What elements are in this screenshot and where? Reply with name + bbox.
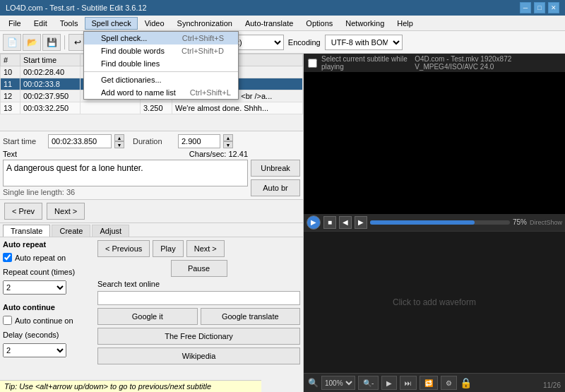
next-btn[interactable]: Next > — [47, 203, 85, 220]
google-it-btn[interactable]: Google it — [97, 308, 198, 325]
prev-frame-btn[interactable]: ◀ — [339, 216, 352, 229]
start-time-up[interactable]: ▲ — [114, 134, 124, 141]
duration-input[interactable] — [178, 134, 220, 148]
loop-btn[interactable]: 🔁 — [420, 376, 438, 390]
menu-networking[interactable]: Networking — [340, 18, 390, 29]
text-box-header: Text Chars/sec: 12.41 — [3, 150, 248, 158]
right-panel: Select current subtitle while playing O4… — [304, 54, 565, 392]
start-time-down[interactable]: ▼ — [114, 141, 124, 148]
subtitle-textarea[interactable]: A dangerous quest for a lone hunter. — [3, 160, 248, 186]
edit-area: Start time ▲ ▼ Duration ▲ ▼ Text Chars/s — [0, 131, 303, 200]
row-start: 00:02:37.950 — [20, 90, 81, 102]
row-end — [81, 102, 141, 114]
google-translate-btn[interactable]: Google translate — [201, 308, 301, 325]
single-line-length: Single line length: 36 — [3, 188, 248, 196]
pause-btn[interactable]: Pause — [171, 260, 227, 277]
repeat-count-select[interactable]: 2 3 4 — [3, 280, 66, 295]
find-double-words-item[interactable]: Find double words Ctrl+Shift+D — [84, 44, 238, 57]
auto-continue-section: Auto continue — [3, 303, 95, 311]
search-label: Search text online — [97, 280, 300, 288]
row-start: 00:03:32.250 — [20, 102, 81, 114]
next-translate-btn[interactable]: Next > — [186, 240, 225, 257]
row-num: 10 — [1, 66, 20, 78]
save-btn[interactable]: 💾 — [42, 34, 61, 51]
tab-create[interactable]: Create — [52, 225, 90, 237]
app-title: LO4D.com - Test.srt - Subtitle Edit 3.6.… — [6, 4, 147, 12]
video-progress[interactable] — [370, 220, 510, 225]
tab-translate[interactable]: Translate — [3, 225, 50, 237]
video-controls: ▶ ■ ◀ ▶ 75% DirectShow — [304, 214, 565, 231]
menu-sync[interactable]: Synchronization — [172, 18, 238, 29]
zoom-icon: 🔍 — [308, 378, 319, 388]
free-dict-btn[interactable]: The Free Dictionary — [97, 328, 300, 345]
add-word-shortcut: Ctrl+Shift+L — [190, 88, 231, 97]
video-time: 75% — [513, 218, 527, 226]
auto-br-btn[interactable]: Auto br — [251, 179, 300, 196]
find-double-lines-label: Find double lines — [101, 59, 160, 68]
tab-adjust[interactable]: Adjust — [92, 225, 129, 237]
repeat-count-label: Repeat count (times) — [3, 268, 95, 276]
delay-select[interactable]: 2 3 5 — [3, 343, 66, 357]
start-time-input[interactable] — [48, 134, 112, 148]
menu-bar: File Edit Tools Spell check Video Synchr… — [0, 16, 565, 31]
play-btn[interactable]: Play — [153, 240, 183, 257]
translate-controls: < Previous Play Next > Pause Search text… — [97, 240, 300, 389]
spell-check-item[interactable]: Spell check... Ctrl+Shift+S — [84, 32, 238, 44]
table-row[interactable]: 13 00:03:32.250 3.250 We're almost done.… — [1, 102, 303, 114]
play-video-btn[interactable]: ▶ — [307, 215, 321, 230]
stop-btn[interactable]: ■ — [323, 216, 336, 229]
zoom-out-btn[interactable]: 🔍- — [358, 376, 379, 390]
row-start: 00:02:28.40 — [20, 66, 81, 78]
row-num: 13 — [1, 102, 20, 114]
start-time-label: Start time — [3, 137, 45, 145]
row-dur: 3.250 — [141, 102, 172, 114]
settings-wc-btn[interactable]: ⚙ — [441, 376, 457, 390]
open-btn[interactable]: 📂 — [23, 34, 41, 51]
auto-continue-on-check[interactable] — [3, 316, 12, 325]
duration-down[interactable]: ▼ — [223, 141, 233, 148]
search-online-input[interactable] — [97, 291, 300, 305]
chars-sec: Chars/sec: 12.41 — [189, 150, 248, 158]
maximize-btn[interactable]: □ — [534, 2, 545, 13]
waveform-area[interactable]: Click to add waveform — [304, 231, 565, 374]
find-double-words-label: Find double words — [101, 47, 165, 55]
menu-separator — [84, 71, 238, 72]
auto-repeat-on-label: Auto repeat on — [15, 254, 66, 262]
menu-help[interactable]: Help — [391, 18, 419, 29]
unbreak-btn[interactable]: Unbreak — [251, 160, 300, 177]
wikipedia-btn[interactable]: Wikipedia — [97, 348, 300, 364]
prev-btn[interactable]: < Prev — [4, 203, 42, 220]
menu-tools[interactable]: Tools — [54, 18, 84, 29]
video-label: DirectShow — [530, 219, 562, 226]
subtitle-select-check[interactable] — [308, 59, 317, 68]
zoom-select[interactable]: 100% 150% 200% — [321, 376, 355, 390]
play-wc-btn[interactable]: ▶ — [381, 376, 397, 390]
add-word-item[interactable]: Add word to name list Ctrl+Shift+L — [84, 86, 238, 99]
minimize-btn[interactable]: ─ — [520, 2, 531, 13]
auto-repeat-on-check[interactable] — [3, 253, 12, 262]
duration-up[interactable]: ▲ — [223, 134, 233, 141]
progress-fill — [370, 220, 475, 225]
menu-autotranslate[interactable]: Auto-translate — [239, 18, 299, 29]
previous-btn[interactable]: < Previous — [97, 240, 150, 257]
menu-edit[interactable]: Edit — [28, 18, 53, 29]
skip-btn[interactable]: ⏭ — [400, 376, 417, 390]
menu-file[interactable]: File — [3, 18, 27, 29]
menu-video[interactable]: Video — [139, 18, 170, 29]
menu-options[interactable]: Options — [300, 18, 338, 29]
close-btn[interactable]: ✕ — [548, 2, 559, 13]
page-counter: 11/26 — [543, 381, 561, 389]
new-btn[interactable]: 📄 — [3, 34, 21, 51]
left-panel: # Start time 10 00:02:28.40 — [0, 54, 304, 392]
text-edit-area: Text Chars/sec: 12.41 A dangerous quest … — [3, 150, 300, 196]
get-dicts-label: Get dictionaries... — [101, 76, 162, 84]
duration-spinner: ▲ ▼ — [223, 134, 233, 148]
menu-spellcheck[interactable]: Spell check — [85, 17, 137, 30]
playback-row: < Previous Play Next > — [97, 240, 300, 257]
encoding-select[interactable]: UTF-8 with BOM — [325, 35, 403, 50]
get-dicts-item[interactable]: Get dictionaries... — [84, 73, 238, 86]
title-bar: LO4D.com - Test.srt - Subtitle Edit 3.6.… — [0, 0, 565, 16]
next-frame-btn[interactable]: ▶ — [355, 216, 367, 229]
subtitle-info-bar: Select current subtitle while playing O4… — [304, 54, 565, 72]
find-double-lines-item[interactable]: Find double lines — [84, 57, 238, 70]
